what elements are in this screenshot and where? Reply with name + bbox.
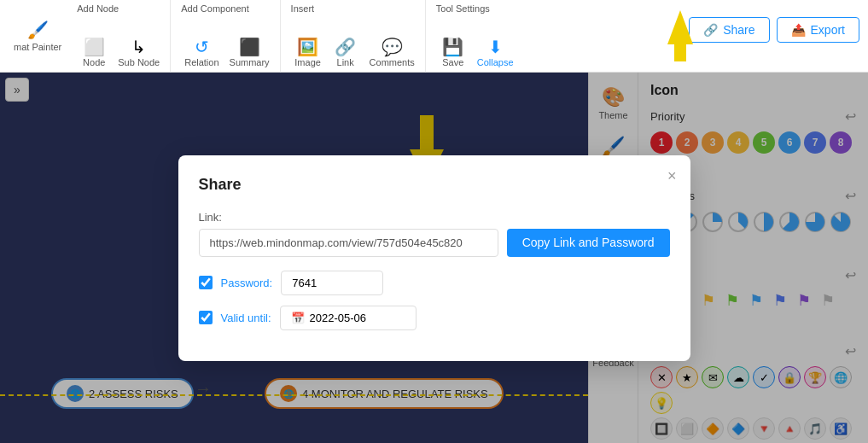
password-row: Password: [199,271,670,295]
calendar-icon: 📅 [291,312,305,324]
node-button[interactable]: ⬜ Node [77,37,111,69]
comments-label: Comments [370,57,415,67]
sub-node-label: Sub Node [118,57,160,67]
export-button[interactable]: 📤 Export [777,17,859,43]
sub-node-icon: ↳ [131,38,146,55]
share-button[interactable]: 🔗 Share [689,17,769,43]
modal-title: Share [199,176,670,194]
relation-label: Relation [184,57,218,67]
image-icon: 🖼️ [297,38,318,55]
date-value: 2022-05-06 [310,312,367,324]
summary-label: Summary [230,57,270,67]
format-painter-label: mat Painter [14,42,61,52]
save-label: Save [442,57,463,67]
password-input[interactable] [281,271,383,295]
link-row: Copy Link and Password [199,229,670,257]
image-label: Image [294,57,321,67]
export-icon: 📤 [791,23,806,37]
node-icon: ⬜ [84,38,105,55]
format-painter-button[interactable]: 🖌️ mat Painter [9,18,67,54]
link-icon: 🔗 [335,38,356,55]
share-label: Share [723,23,754,37]
modal-overlay[interactable]: Share × Link: Copy Link and Password Pas… [0,73,868,443]
tool-settings-title: Tool Settings [436,3,490,14]
password-label: Password: [221,277,273,289]
relation-icon: ↺ [195,38,209,55]
date-input[interactable]: 📅 2022-05-06 [280,306,417,330]
add-node-title: Add Node [77,3,119,14]
modal-close-button[interactable]: × [667,167,677,185]
collapse-label: Collapse [477,57,514,67]
add-node-group: Add Node ⬜ Node ↳ Sub Node [70,0,171,73]
link-label: Link: [199,211,670,224]
link-label: Link [337,57,354,67]
link-input[interactable] [199,229,498,257]
share-icon: 🔗 [703,23,718,37]
insert-title: Insert [291,3,315,14]
summary-button[interactable]: ⬛ Summary [226,37,273,69]
toolbar: 🖌️ mat Painter Add Node ⬜ Node ↳ Sub Nod… [0,0,868,73]
add-component-title: Add Component [181,3,249,14]
collapse-icon: ⬇ [488,38,503,55]
link-button[interactable]: 🔗 Link [329,37,363,69]
summary-icon: ⬛ [239,38,260,55]
image-button[interactable]: 🖼️ Image [291,37,325,69]
comments-icon: 💬 [382,38,403,55]
export-label: Export [811,23,845,37]
sub-node-button[interactable]: ↳ Sub Node [114,37,163,69]
share-modal: Share × Link: Copy Link and Password Pas… [178,155,690,361]
valid-until-row: Valid until: 📅 2022-05-06 [199,306,670,330]
add-component-group: Add Component ↺ Relation ⬛ Summary [174,0,280,73]
copy-link-button[interactable]: Copy Link and Password [507,229,670,257]
tool-settings-group: Tool Settings 💾 Save ⬇ Collapse [429,0,524,73]
valid-until-label: Valid until: [221,312,271,324]
save-icon: 💾 [442,38,463,55]
top-right-actions: 🔗 Share 📤 Export [689,17,859,43]
node-label: Node [83,57,105,67]
relation-button[interactable]: ↺ Relation [181,37,222,69]
insert-group: Insert 🖼️ Image 🔗 Link 💬 Comments [284,0,426,73]
save-button[interactable]: 💾 Save [436,37,470,69]
collapse-button[interactable]: ⬇ Collapse [474,37,517,69]
format-painter-icon: 🖌️ [27,20,49,40]
canvas-area: » 🌐 2 ASSESS RISKS 🌐 4 MONITOR AND REGUL… [0,73,868,443]
password-checkbox[interactable] [199,276,213,289]
comments-button[interactable]: 💬 Comments [366,37,418,69]
valid-until-checkbox[interactable] [199,311,213,324]
